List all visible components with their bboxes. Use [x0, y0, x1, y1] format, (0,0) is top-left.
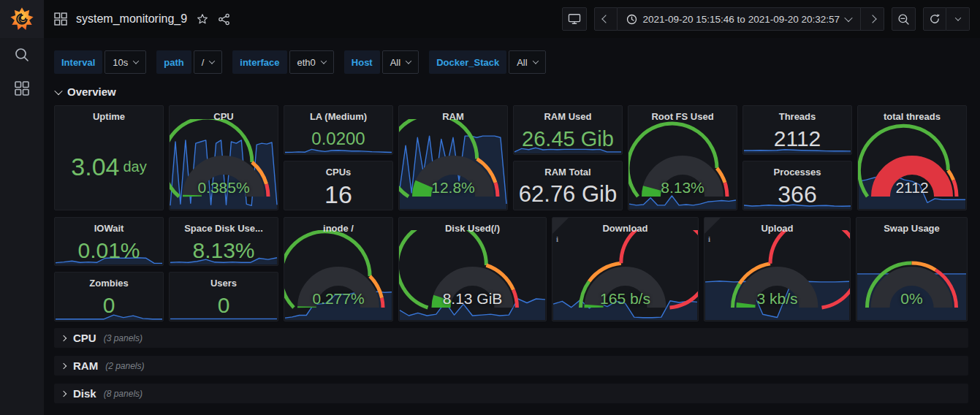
panel-title[interactable]: Upload: [704, 218, 850, 234]
chevron-down-icon: [133, 58, 139, 64]
panel-title[interactable]: Root FS Used: [628, 106, 737, 122]
dashboard-title[interactable]: system_monitoring_9: [76, 12, 187, 26]
panel-upload: iUpload3 kb/s: [704, 217, 851, 321]
panel-title[interactable]: RAM: [399, 106, 507, 122]
filter-path: path/: [156, 50, 222, 74]
panel-title[interactable]: CPU: [170, 106, 278, 122]
panel-root-fs-used: Root FS Used8.13%: [628, 105, 737, 210]
tv-kiosk-button[interactable]: [562, 7, 587, 31]
filter-value-dropdown[interactable]: eth0: [289, 50, 334, 74]
panel-cell: RAM Used26.45 GibRAM Total62.76 Gib: [513, 105, 623, 210]
panel-value: 8.13%: [628, 179, 737, 197]
panel-value: 0: [55, 290, 163, 321]
collapsed-row-disk[interactable]: Disk(8 panels): [54, 384, 968, 403]
panel-title[interactable]: total threads: [858, 106, 966, 122]
collapsed-row-title: CPU: [73, 332, 96, 344]
panel-title[interactable]: Threads: [743, 106, 851, 122]
zoom-out-button[interactable]: [892, 7, 916, 31]
collapsed-row-ram[interactable]: RAM(2 panels): [54, 356, 968, 376]
filter-value-dropdown[interactable]: /: [194, 50, 223, 74]
grafana-logo[interactable]: [0, 0, 44, 38]
panel-title[interactable]: CPUs: [284, 161, 392, 178]
star-icon[interactable]: [196, 12, 209, 26]
stat-number: 0: [103, 293, 115, 318]
panel-value: 3.04day: [55, 123, 163, 210]
panel-cell: iDownload165 b/s: [552, 217, 699, 321]
filter-label-interval[interactable]: Interval: [54, 50, 102, 74]
panel-value: 366: [743, 179, 851, 210]
sidebar-dashboards[interactable]: [0, 72, 44, 105]
filter-value-dropdown[interactable]: All: [382, 50, 419, 74]
info-corner-icon[interactable]: i: [552, 218, 569, 234]
filter-label-host[interactable]: Host: [344, 50, 380, 74]
stat-number: 8.13%: [192, 238, 254, 263]
panel-title[interactable]: Download: [552, 218, 698, 234]
refresh-button[interactable]: [923, 7, 946, 31]
filter-label-interface[interactable]: interface: [232, 50, 286, 74]
collapsed-row-count: (2 panels): [105, 361, 144, 371]
stat-number: 0.0200: [311, 129, 365, 149]
panel-title[interactable]: Users: [170, 273, 278, 289]
panel-title[interactable]: Processes: [743, 161, 851, 178]
collapsed-row-count: (8 panels): [104, 389, 143, 399]
chevron-down-icon: [321, 58, 327, 64]
filter-host: HostAll: [344, 50, 419, 74]
panel-title[interactable]: IOWait: [55, 218, 163, 234]
stat-number: 366: [778, 181, 816, 208]
grafana-flame-icon: [10, 7, 34, 31]
panel-threads: Threads2112: [742, 105, 852, 155]
time-forward-button[interactable]: [861, 7, 884, 31]
panel-title[interactable]: inode /: [284, 218, 392, 234]
filter-interface: interfaceeth0: [232, 50, 334, 74]
panel-cell: Uptime3.04day: [54, 105, 164, 210]
time-range-picker[interactable]: 2021-09-20 15:15:46 to 2021-09-20 20:32:…: [618, 7, 861, 31]
stat-number: 62.76 Gib: [519, 181, 617, 208]
panel-cpus: CPUs16: [284, 161, 393, 210]
panel-cell: Threads2112Processes366: [742, 105, 852, 210]
time-back-button[interactable]: [594, 7, 618, 31]
panel-value: 0.385%: [170, 179, 278, 197]
filter-label-path[interactable]: path: [156, 50, 191, 74]
chevron-down-icon: [54, 86, 62, 94]
tv-kiosk-icon: [568, 13, 581, 25]
dashboard-grid-icon[interactable]: [54, 12, 67, 26]
panel-disk-used-root: Disk Used(/)8.13 GiB: [398, 217, 547, 321]
panel-users: Users0: [169, 272, 278, 321]
stat-number: 3.04: [71, 153, 119, 181]
stat-number: 26.45 Gib: [522, 127, 614, 151]
filter-value-text: eth0: [297, 57, 316, 68]
panel-la-medium: LA (Medium)0.0200: [284, 105, 393, 155]
sidebar-search[interactable]: [0, 38, 44, 72]
filter-value-text: All: [517, 57, 527, 68]
panel-title[interactable]: Disk Used(/): [399, 218, 546, 234]
stat-number: 0.01%: [77, 238, 140, 263]
panel-title[interactable]: Zombies: [55, 273, 163, 289]
chevron-right-icon: [868, 15, 876, 23]
stat-number: 0: [218, 293, 230, 318]
filter-value-dropdown[interactable]: 10s: [105, 50, 146, 74]
panel-zombies: Zombies0: [54, 272, 164, 321]
share-icon[interactable]: [218, 13, 230, 26]
dashboard-area: Interval10spath/interfaceeth0HostAllDock…: [44, 38, 980, 415]
refresh-interval-button[interactable]: [946, 7, 970, 31]
panel-title[interactable]: Space Disk Use...: [170, 218, 278, 234]
filter-value-dropdown[interactable]: All: [509, 50, 545, 74]
panel-download: iDownload165 b/s: [552, 217, 699, 321]
row-overview-header[interactable]: Overview: [56, 85, 968, 98]
panel-title[interactable]: RAM Total: [514, 161, 622, 178]
panel-value: 8.13%: [170, 235, 278, 265]
stat-number: 16: [324, 180, 352, 209]
filter-value-text: /: [202, 57, 205, 68]
chevron-down-icon: [209, 58, 215, 64]
panel-value: 26.45 Gib: [514, 123, 622, 154]
filter-label-docker_stack[interactable]: Docker_Stack: [429, 50, 506, 74]
info-corner-icon[interactable]: i: [704, 218, 721, 234]
panel-title[interactable]: Swap Usage: [856, 218, 967, 234]
collapsed-row-cpu[interactable]: CPU(3 panels): [54, 328, 968, 348]
panel-value: 62.76 Gib: [514, 179, 622, 210]
panel-title[interactable]: RAM Used: [514, 106, 622, 122]
panel-title[interactable]: LA (Medium): [284, 106, 392, 122]
filter-value-text: 10s: [113, 57, 128, 68]
panel-ram-total: RAM Total62.76 Gib: [513, 161, 623, 210]
panel-title[interactable]: Uptime: [55, 106, 163, 122]
